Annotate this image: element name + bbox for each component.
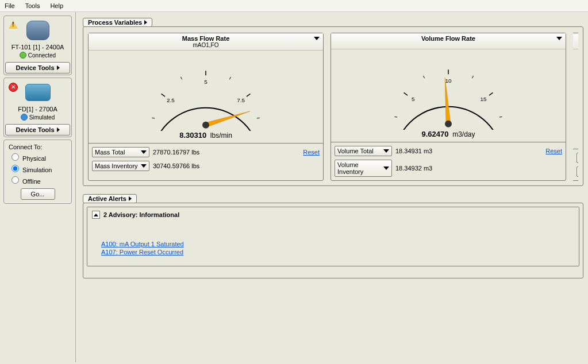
chevron-right-icon xyxy=(57,65,60,70)
menu-bar: File Tools Help xyxy=(0,0,588,12)
device-card-1[interactable]: FD[1] - 2700A Simulated Device Tools xyxy=(3,78,72,137)
svg-line-6 xyxy=(247,94,251,96)
collapse-icon[interactable] xyxy=(92,211,100,219)
reset-link[interactable]: Reset xyxy=(545,148,562,154)
device-icon xyxy=(25,84,51,101)
svg-line-11 xyxy=(180,77,182,79)
svg-text:15: 15 xyxy=(481,96,487,102)
device-status: Connected xyxy=(20,52,56,59)
error-icon xyxy=(9,83,18,92)
connect-option-offline[interactable]: Offline xyxy=(9,175,67,185)
menu-file[interactable]: File xyxy=(5,2,15,9)
inventory-selector[interactable]: T xyxy=(577,166,578,177)
reset-link[interactable]: Reset xyxy=(303,149,320,156)
process-variables-frame: Mass Flow Rate mAO1,FO 02.557.510 8.3031… xyxy=(83,26,583,186)
svg-line-27 xyxy=(394,117,397,117)
alert-link[interactable]: A100: mA Output 1 Saturated xyxy=(101,241,574,247)
simulated-icon xyxy=(21,114,28,121)
svg-line-2 xyxy=(162,94,166,96)
svg-line-13 xyxy=(257,118,260,118)
svg-line-10 xyxy=(152,118,155,118)
device-tools-button[interactable]: Device Tools xyxy=(5,62,70,73)
svg-text:5: 5 xyxy=(412,96,415,102)
gauge-subtitle: mAO1,FO xyxy=(91,42,321,48)
svg-marker-32 xyxy=(445,78,451,124)
connected-icon xyxy=(20,52,26,59)
chevron-down-icon xyxy=(383,166,389,170)
svg-marker-15 xyxy=(205,111,250,127)
section-title: Active Alerts xyxy=(88,195,126,202)
svg-point-16 xyxy=(202,122,209,129)
alerts-header: 2 Advisory: Informational xyxy=(103,211,179,218)
svg-line-30 xyxy=(499,117,502,117)
gauge-title: Mass Flow Rate xyxy=(91,35,321,42)
main-area: Process Variables Mass Flow Rate mAO1,FO… xyxy=(76,12,588,362)
active-alerts-section: Active Alerts 2 Advisory: Informational … xyxy=(83,194,583,278)
chevron-down-icon xyxy=(556,37,562,40)
device-tools-label: Device Tools xyxy=(16,64,54,71)
chevron-down-icon xyxy=(141,164,147,168)
device-tools-label: Device Tools xyxy=(16,126,54,133)
total-selector[interactable]: Volume Total xyxy=(335,146,392,156)
connect-panel: Connect To: Physical Simulation Offline … xyxy=(3,140,72,204)
svg-text:5: 5 xyxy=(204,79,207,85)
svg-line-28 xyxy=(423,76,424,78)
connect-title: Connect To: xyxy=(9,144,67,150)
gauge-card-overflow: D T xyxy=(573,33,578,181)
device-icon xyxy=(26,21,49,40)
connect-option-physical[interactable]: Physical xyxy=(9,152,67,162)
device-status: Simulated xyxy=(21,114,55,121)
gauge-dial: 02.557.510 xyxy=(89,51,323,131)
go-button[interactable]: Go... xyxy=(21,188,55,200)
chevron-down-icon xyxy=(314,37,320,40)
device-name: FT-101 [1] - 2400A xyxy=(5,44,70,51)
gauges-row: Mass Flow Rate mAO1,FO 02.557.510 8.3031… xyxy=(88,33,578,181)
svg-line-19 xyxy=(404,92,408,95)
process-variables-tab[interactable]: Process Variables xyxy=(83,18,152,27)
chevron-down-icon xyxy=(383,149,389,153)
alerts-panel: 2 Advisory: Informational A100: mA Outpu… xyxy=(87,207,579,266)
total-value: 18.34931 m3 xyxy=(395,148,432,154)
gauge-header[interactable]: Mass Flow Rate mAO1,FO xyxy=(89,33,323,51)
total-value: 27870.16797 lbs xyxy=(153,149,199,156)
menu-tools[interactable]: Tools xyxy=(25,2,40,9)
svg-line-23 xyxy=(489,92,493,95)
svg-line-29 xyxy=(472,76,473,78)
inventory-value: 30740.59766 lbs xyxy=(153,162,199,169)
chevron-right-icon xyxy=(129,196,132,201)
connect-option-simulation[interactable]: Simulation xyxy=(9,163,67,173)
chevron-right-icon xyxy=(144,20,147,25)
chevron-down-icon xyxy=(141,150,147,154)
svg-text:7.5: 7.5 xyxy=(237,97,245,103)
section-title: Process Variables xyxy=(88,19,142,26)
gauge-card-0: Mass Flow Rate mAO1,FO 02.557.510 8.3031… xyxy=(88,33,324,181)
svg-text:2.5: 2.5 xyxy=(167,97,175,103)
device-name: FD[1] - 2700A xyxy=(5,106,70,113)
total-selector[interactable]: Mass Total xyxy=(92,147,149,157)
gauge-title: Volume Flow Rate xyxy=(333,35,563,42)
gauge-header[interactable]: Volume Flow Rate xyxy=(331,33,566,49)
total-selector[interactable]: D xyxy=(577,153,578,163)
inventory-selector[interactable]: Volume Inventory xyxy=(335,160,392,177)
gauge-dial: 05101520 xyxy=(331,49,566,130)
menu-help[interactable]: Help xyxy=(50,2,63,9)
device-status-text: Connected xyxy=(28,52,56,59)
svg-point-33 xyxy=(445,121,452,127)
alert-link[interactable]: A107: Power Reset Occurred xyxy=(101,249,574,255)
chevron-right-icon xyxy=(57,127,60,132)
inventory-value: 18.34932 m3 xyxy=(395,165,432,172)
device-tools-button[interactable]: Device Tools xyxy=(5,124,70,135)
svg-text:10: 10 xyxy=(445,78,452,84)
gauge-value: 8.30310 lbs/min xyxy=(89,131,323,143)
active-alerts-tab[interactable]: Active Alerts xyxy=(83,194,137,203)
gauge-value: 9.62470 m3/day xyxy=(331,130,566,142)
warning-icon xyxy=(9,21,18,30)
svg-line-12 xyxy=(229,77,230,79)
gauge-card-1: Volume Flow Rate 05101520 9.62470 m3/day… xyxy=(330,33,566,181)
sidebar: FT-101 [1] - 2400A Connected Device Tool… xyxy=(0,12,76,362)
inventory-selector[interactable]: Mass Inventory xyxy=(92,161,149,171)
device-card-0[interactable]: FT-101 [1] - 2400A Connected Device Tool… xyxy=(3,16,72,75)
device-status-text: Simulated xyxy=(29,114,55,121)
